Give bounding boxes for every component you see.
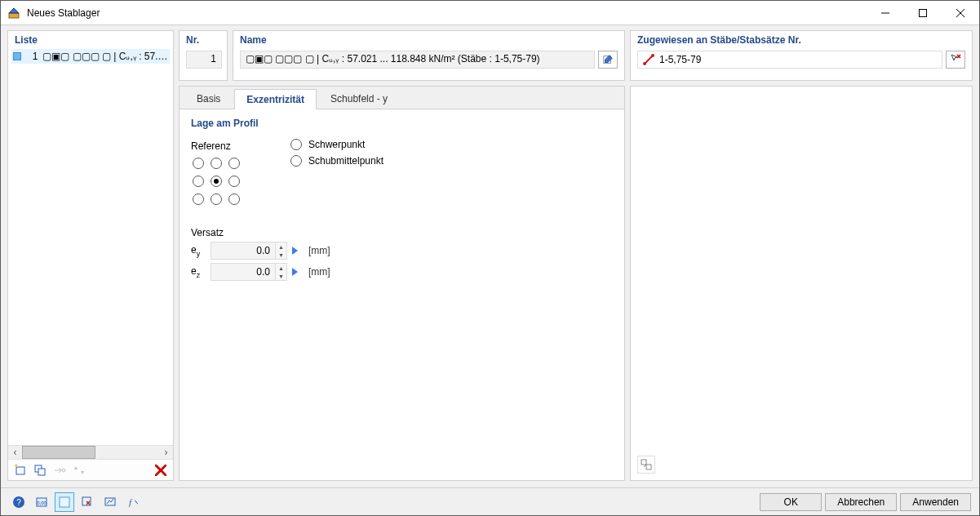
nr-box: Nr. 1	[179, 30, 228, 81]
delete-item-button[interactable]	[152, 461, 170, 479]
svg-marker-1	[9, 8, 19, 13]
name-box: Name ▢▣▢ ▢▢▢ ▢ | Cᵤ,ᵧ : 57.021 ... 118.8…	[233, 30, 625, 81]
svg-point-15	[643, 62, 646, 65]
script-button[interactable]: f	[123, 492, 143, 512]
name-label: Name	[240, 34, 618, 46]
tabs-panel: Basis Exzentrizität Schubfeld - y Lage a…	[179, 86, 625, 481]
versatz-label: Versatz	[191, 227, 613, 238]
ez-label: ez	[191, 265, 211, 278]
item-text: ▢▣▢ ▢▢▢ ▢ | Cᵤ,ᵧ : 57.021 ..	[42, 51, 168, 62]
preview-options-button[interactable]	[637, 456, 655, 474]
label-schwerpunkt: Schwerpunkt	[308, 139, 365, 150]
svg-rect-25	[60, 497, 69, 507]
svg-marker-7	[14, 464, 17, 467]
ey-play-icon[interactable]	[292, 247, 298, 255]
titlebar: Neues Stablager	[1, 1, 979, 25]
item-index: 1	[26, 51, 38, 62]
ey-input[interactable]	[211, 242, 276, 260]
tab-content: Lage am Profil Referenz	[180, 109, 624, 480]
svg-rect-0	[9, 13, 19, 18]
pick-tool-button[interactable]	[78, 492, 97, 512]
dialog-window: Neues Stablager Liste 1 ▢▣▢ ▢▢▢ ▢ | Cᵤ,ᵧ…	[0, 0, 980, 516]
anchor-bot-right[interactable]	[228, 194, 240, 205]
assigned-box: Zugewiesen an Stäbe/Stabsätze Nr. 1-5,75…	[630, 30, 973, 81]
tab-exzentrizitaet[interactable]: Exzentrizität	[234, 89, 317, 109]
anchor-top-left[interactable]	[193, 158, 204, 169]
name-field[interactable]: ▢▣▢ ▢▢▢ ▢ | Cᵤ,ᵧ : 57.021 ... 118.848 kN…	[240, 51, 595, 69]
tab-basis[interactable]: Basis	[184, 88, 233, 109]
anchor-mid-center[interactable]	[211, 176, 222, 187]
pick-members-button[interactable]	[946, 51, 965, 69]
anchor-bot-center[interactable]	[211, 194, 222, 205]
apply-button[interactable]: Anwenden	[900, 493, 971, 511]
ez-play-icon[interactable]	[292, 268, 298, 276]
svg-point-10	[62, 469, 65, 472]
ey-label: ey	[191, 244, 211, 257]
close-button[interactable]	[942, 1, 979, 25]
assigned-value: 1-5,75-79	[659, 54, 701, 65]
ok-button[interactable]: OK	[760, 493, 822, 511]
svg-rect-20	[646, 465, 651, 469]
tab-strip: Basis Exzentrizität Schubfeld - y	[180, 87, 624, 109]
assigned-label: Zugewiesen an Stäbe/Stabsätze Nr.	[637, 34, 965, 46]
radio-schubmittelpunkt[interactable]	[290, 155, 302, 167]
anchor-top-right[interactable]	[228, 158, 240, 169]
tab-schubfeld-y[interactable]: Schubfeld - y	[318, 88, 400, 109]
minimize-button[interactable]	[867, 1, 904, 25]
ez-input[interactable]	[211, 263, 276, 281]
scroll-thumb[interactable]	[22, 446, 95, 459]
group-title: Lage am Profil	[191, 118, 613, 129]
anchor-bot-left[interactable]	[193, 194, 204, 205]
item-color-icon	[13, 52, 21, 60]
scroll-left-icon[interactable]: ‹	[8, 446, 22, 459]
svg-text:f: f	[129, 497, 133, 507]
help-button[interactable]: ?	[9, 492, 29, 512]
anchor-mid-right[interactable]	[228, 176, 240, 187]
maximize-button[interactable]	[904, 1, 942, 25]
new-item-button[interactable]	[11, 461, 29, 479]
list-header: Liste	[8, 31, 173, 47]
nr-label: Nr.	[186, 34, 220, 46]
preview-panel	[630, 86, 973, 481]
ez-spinner[interactable]: ▲▼	[276, 263, 287, 281]
bottom-bar: ? 0,00 f OK Abbrechen Anwenden	[1, 487, 979, 515]
referenz-label: Referenz	[191, 140, 242, 152]
list-toolbar	[8, 459, 173, 480]
assign-button	[51, 461, 69, 479]
svg-rect-19	[641, 460, 646, 465]
svg-rect-9	[38, 469, 45, 475]
svg-text:?: ?	[16, 498, 21, 507]
assigned-field[interactable]: 1-5,75-79	[637, 51, 942, 69]
svg-text:0,00: 0,00	[37, 500, 47, 505]
anchor-top-center[interactable]	[211, 158, 222, 169]
cancel-button[interactable]: Abbrechen	[825, 493, 897, 511]
list-panel: Liste 1 ▢▣▢ ▢▢▢ ▢ | Cᵤ,ᵧ : 57.021 .. ‹ ›	[7, 30, 174, 481]
anchor-radio-grid	[191, 155, 242, 207]
ey-spinner[interactable]: ▲▼	[276, 242, 287, 260]
list-item[interactable]: 1 ▢▣▢ ▢▢▢ ▢ | Cᵤ,ᵧ : 57.021 ..	[11, 49, 170, 64]
list-h-scrollbar[interactable]: ‹ ›	[8, 445, 173, 459]
name-edit-button[interactable]	[598, 51, 618, 69]
scroll-right-icon[interactable]: ›	[159, 446, 173, 459]
svg-rect-6	[16, 467, 24, 474]
window-title: Neues Stablager	[27, 7, 100, 19]
app-icon	[7, 7, 20, 20]
svg-line-14	[645, 56, 653, 64]
ey-unit: [mm]	[308, 245, 336, 256]
list-area[interactable]: 1 ▢▣▢ ▢▢▢ ▢ | Cᵤ,ᵧ : 57.021 ..	[8, 47, 173, 445]
units-button[interactable]: 0,00	[32, 492, 51, 512]
nr-field[interactable]: 1	[186, 51, 222, 69]
svg-rect-3	[920, 9, 927, 16]
members-icon	[643, 54, 654, 65]
ez-unit: [mm]	[308, 266, 336, 278]
view-button[interactable]	[100, 492, 120, 512]
duplicate-item-button[interactable]	[31, 461, 49, 479]
display-mode-button[interactable]	[55, 492, 74, 512]
radio-schwerpunkt[interactable]	[290, 139, 302, 150]
anchor-mid-left[interactable]	[193, 176, 204, 187]
svg-point-16	[651, 54, 654, 57]
label-schubmittelpunkt: Schubmittelpunkt	[308, 155, 384, 167]
sort-button	[70, 461, 88, 479]
